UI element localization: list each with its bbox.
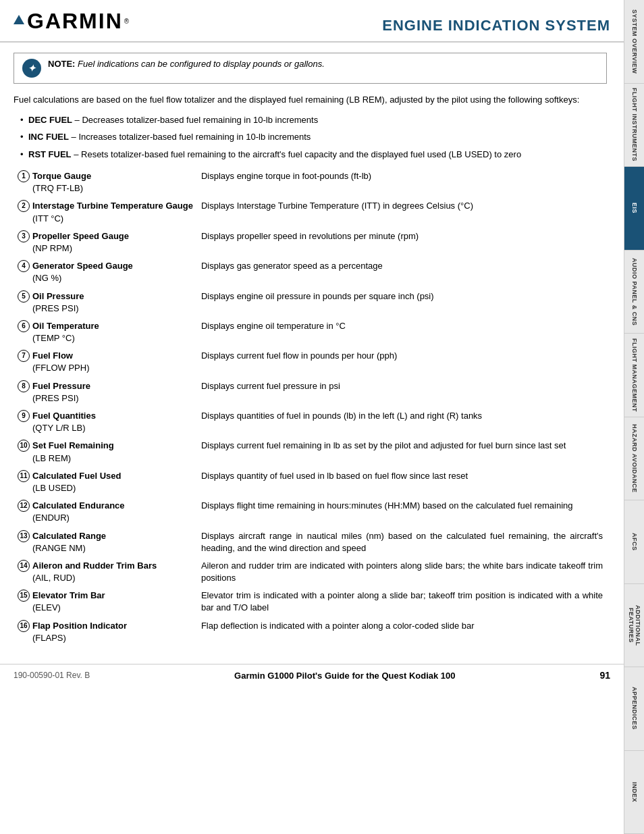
item-sub: (LB REM) [32, 453, 71, 463]
indicator-desc-cell: Displays quantity of fuel used in lb bas… [197, 467, 607, 497]
item-number: 13 [18, 530, 30, 542]
sidebar-tab-flight-management[interactable]: FLIGHT MANAGEMENT [624, 334, 644, 417]
indicator-label-cell: 14Aileron and Rudder Trim Bars(AIL, RUD) [14, 557, 197, 587]
item-number: 3 [18, 230, 30, 242]
item-name: Set Fuel Remaining [32, 440, 114, 450]
item-name: Fuel Quantities [32, 411, 96, 421]
indicator-label-cell: 6Oil Temperature(TEMP °C) [14, 317, 197, 347]
indicator-desc-cell: Flap deflection is indicated with a poin… [197, 617, 607, 647]
note-text: NOTE: Fuel indications can be configured… [48, 59, 325, 69]
item-sub: (ELEV) [32, 602, 61, 613]
sidebar-tab-afcs[interactable]: AFCS [624, 500, 644, 584]
item-number: 12 [18, 500, 30, 512]
table-row: 5Oil Pressure(PRES PSI)Displays engine o… [14, 288, 607, 317]
item-sub: (ITT °C) [32, 213, 63, 224]
item-number: 11 [18, 470, 30, 482]
sidebar-tab-index[interactable]: INDEX [624, 751, 644, 835]
item-sub: (TRQ FT-LB) [32, 183, 83, 193]
item-number: 6 [18, 320, 30, 332]
indicator-desc-cell: Displays quantities of fuel in pounds (l… [197, 407, 607, 437]
indicator-label-cell: 9Fuel Quantities(QTY L/R LB) [14, 407, 197, 437]
item-number: 10 [18, 440, 30, 452]
table-row: 12Calculated Endurance(ENDUR)Displays fl… [14, 497, 607, 527]
indicator-label-cell: 15Elevator Trim Bar(ELEV) [14, 587, 197, 617]
item-name: Generator Speed Gauge [32, 261, 133, 271]
bullet-item: RST FUEL – Resets totalizer-based fuel r… [20, 148, 607, 161]
note-icon: ✦ [22, 59, 41, 78]
bullet-item: DEC FUEL – Decreases totalizer-based fue… [20, 113, 607, 127]
item-name: Oil Temperature [32, 321, 99, 331]
table-row: 10Set Fuel Remaining(LB REM)Displays cur… [14, 437, 607, 467]
footer-title: Garmin G1000 Pilot's Guide for the Quest… [234, 671, 455, 681]
item-sub: (NG %) [32, 273, 61, 283]
item-name: Torque Gauge [32, 171, 91, 181]
item-number: 16 [18, 620, 30, 632]
sidebar: SYSTEM OVERVIEWFLIGHT INSTRUMENTSEISAUDI… [624, 0, 644, 834]
indicator-desc-cell: Displays engine oil pressure in pounds p… [197, 288, 607, 317]
item-number: 14 [18, 560, 30, 572]
table-row: 7Fuel Flow(FFLOW PPH)Displays current fu… [14, 347, 607, 377]
indicator-desc-cell: Displays engine oil temperature in °C [197, 317, 607, 347]
indicator-label-cell: 5Oil Pressure(PRES PSI) [14, 288, 197, 317]
indicator-label-cell: 1Torque Gauge(TRQ FT-LB) [14, 167, 197, 197]
item-number: 8 [18, 380, 30, 392]
item-number: 2 [18, 200, 30, 212]
item-number: 15 [18, 590, 30, 602]
footer-revision: 190-00590-01 Rev. B [14, 671, 90, 680]
page-title: ENGINE INDICATION SYSTEM [382, 10, 610, 34]
table-row: 11Calculated Fuel Used(LB USED)Displays … [14, 467, 607, 497]
indicator-desc-cell: Elevator trim is indicated with a pointe… [197, 587, 607, 617]
note-content: Fuel indications can be configured to di… [78, 59, 325, 69]
indicator-desc-cell: Displays flight time remaining in hours:… [197, 497, 607, 527]
item-sub: (ENDUR) [32, 513, 70, 523]
item-sub: (LB USED) [32, 483, 76, 493]
table-row: 13Calculated Range(RANGE NM)Displays air… [14, 527, 607, 557]
table-row: 15Elevator Trim Bar(ELEV)Elevator trim i… [14, 587, 607, 617]
indicator-label-cell: 4Generator Speed Gauge(NG %) [14, 257, 197, 287]
indicator-desc-cell: Displays current fuel pressure in psi [197, 377, 607, 407]
item-sub: (PRES PSI) [32, 303, 79, 313]
indicator-desc-cell: Displays Interstage Turbine Temperature … [197, 197, 607, 227]
sidebar-tab-hazard-avoidance[interactable]: HAZARD AVOIDANCE [624, 417, 644, 501]
sidebar-tab-appendices[interactable]: APPENDICES [624, 667, 644, 751]
content-area: ✦ NOTE: Fuel indications can be configur… [0, 43, 624, 657]
indicator-label-cell: 12Calculated Endurance(ENDUR) [14, 497, 197, 527]
indicator-desc-cell: Displays engine torque in foot-pounds (f… [197, 167, 607, 197]
item-name: Calculated Range [32, 531, 106, 541]
item-sub: (TEMP °C) [32, 333, 75, 343]
header: GARMIN ® ENGINE INDICATION SYSTEM [0, 0, 624, 43]
body-text: Fuel calculations are based on the fuel … [14, 93, 607, 107]
table-row: 16Flap Position Indicator(FLAPS)Flap def… [14, 617, 607, 647]
table-row: 2Interstage Turbine Temperature Gauge(IT… [14, 197, 607, 227]
logo-triangle-icon [14, 15, 24, 24]
note-box: ✦ NOTE: Fuel indications can be configur… [14, 53, 607, 84]
table-row: 8Fuel Pressure(PRES PSI)Displays current… [14, 377, 607, 407]
item-name: Propeller Speed Gauge [32, 231, 129, 241]
item-number: 5 [18, 290, 30, 303]
indicator-label-cell: 8Fuel Pressure(PRES PSI) [14, 377, 197, 407]
item-name: Fuel Flow [32, 350, 73, 361]
indicator-desc-cell: Displays gas generator speed as a percen… [197, 257, 607, 287]
sidebar-tab-flight-instruments[interactable]: FLIGHT INSTRUMENTS [624, 84, 644, 167]
sidebar-tab-system-overview[interactable]: SYSTEM OVERVIEW [624, 0, 644, 84]
bullet-list: DEC FUEL – Decreases totalizer-based fue… [20, 113, 607, 161]
sidebar-tab-audio-panel-&-cns[interactable]: AUDIO PANEL & CNS [624, 251, 644, 334]
table-row: 4Generator Speed Gauge(NG %)Displays gas… [14, 257, 607, 287]
indicator-desc-cell: Displays current fuel flow in pounds per… [197, 347, 607, 377]
item-sub: (RANGE NM) [32, 543, 86, 553]
item-name: Elevator Trim Bar [32, 590, 105, 600]
item-sub: (QTY L/R LB) [32, 423, 86, 433]
footer: 190-00590-01 Rev. B Garmin G1000 Pilot's… [0, 664, 624, 686]
footer-page: 91 [599, 670, 610, 681]
sidebar-tab-eis[interactable]: EIS [624, 167, 644, 251]
item-sub: (PRES PSI) [32, 393, 79, 403]
indicator-label-cell: 2Interstage Turbine Temperature Gauge(IT… [14, 197, 197, 227]
table-row: 1Torque Gauge(TRQ FT-LB)Displays engine … [14, 167, 607, 197]
indicator-desc-cell: Displays propeller speed in revolutions … [197, 228, 607, 257]
indicator-label-cell: 11Calculated Fuel Used(LB USED) [14, 467, 197, 497]
sidebar-tab-additional-features[interactable]: ADDITIONAL FEATURES [624, 584, 644, 668]
indicator-label-cell: 16Flap Position Indicator(FLAPS) [14, 617, 197, 647]
item-number: 1 [18, 170, 30, 182]
indicator-table: 1Torque Gauge(TRQ FT-LB)Displays engine … [14, 167, 607, 647]
item-name: Aileron and Rudder Trim Bars [32, 561, 157, 571]
